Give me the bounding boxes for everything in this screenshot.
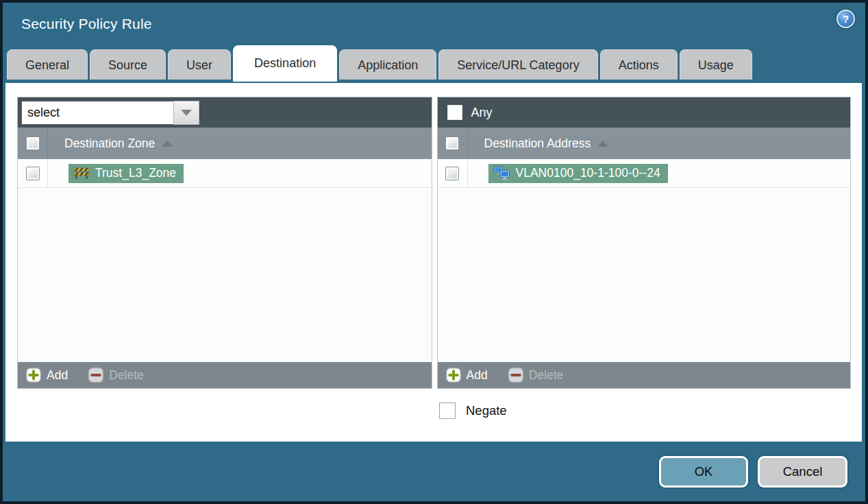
- address-column-header: Destination Address: [438, 128, 851, 159]
- add-icon: [446, 368, 461, 383]
- zone-column-label-text: Destination Zone: [64, 136, 155, 151]
- dialog-title: Security Policy Rule: [21, 16, 152, 32]
- negate-row: Negate: [439, 403, 851, 419]
- tab-service-url-category[interactable]: Service/URL Category: [438, 49, 597, 80]
- zone-column-label[interactable]: Destination Zone: [64, 136, 173, 151]
- destination-address-panel: Any Destination Address: [437, 97, 852, 389]
- address-icon: [493, 166, 510, 180]
- tab-destination[interactable]: Destination: [233, 45, 337, 82]
- address-panel-footer: Add Delete: [438, 362, 851, 388]
- help-icon[interactable]: ?: [836, 10, 855, 28]
- delete-icon: [508, 368, 523, 383]
- add-icon: [26, 368, 41, 383]
- delete-zone-button[interactable]: Delete: [88, 368, 144, 383]
- add-zone-button[interactable]: Add: [26, 368, 68, 383]
- address-column-label-text: Destination Address: [484, 136, 591, 151]
- zone-column-header: Destination Zone: [18, 128, 432, 159]
- zone-select-combobox: [21, 101, 199, 125]
- negate-checkbox[interactable]: [439, 403, 456, 419]
- zone-row-checkbox[interactable]: [26, 167, 40, 180]
- tab-content-destination: Destination Zone: [5, 83, 862, 442]
- dialog-footer: OK Cancel: [5, 439, 862, 501]
- zone-item-chip[interactable]: Trust_L3_Zone: [69, 164, 184, 183]
- table-row[interactable]: VLAN0100_10-1-100-0--24: [438, 159, 851, 188]
- negate-label: Negate: [466, 403, 507, 418]
- any-label: Any: [471, 106, 493, 120]
- security-policy-rule-dialog: Security Policy Rule ? General Source Us…: [0, 0, 868, 504]
- address-select-all-checkbox[interactable]: [445, 136, 459, 150]
- zone-panel-footer: Add Delete: [18, 362, 432, 388]
- titlebar: Security Policy Rule ?: [3, 3, 865, 45]
- any-bar: Any: [438, 97, 851, 128]
- zone-select-dropdown-button[interactable]: [173, 101, 199, 125]
- ok-button[interactable]: OK: [659, 456, 748, 488]
- destination-zone-panel: Destination Zone: [17, 97, 432, 389]
- table-row[interactable]: Trust_L3_Zone: [18, 159, 432, 188]
- tab-general[interactable]: General: [7, 49, 88, 80]
- zone-icon: [73, 167, 90, 179]
- zone-item-label: Trust_L3_Zone: [95, 166, 176, 180]
- sort-ascending-icon: [597, 141, 608, 147]
- any-checkbox[interactable]: [447, 105, 462, 120]
- tab-user[interactable]: User: [168, 49, 231, 80]
- add-address-label: Add: [467, 368, 488, 383]
- address-header-checkbox-cell: [438, 128, 468, 159]
- tab-source[interactable]: Source: [90, 49, 166, 80]
- address-list: VLAN0100_10-1-100-0--24: [438, 159, 851, 362]
- tab-bar: General Source User Destination Applicat…: [3, 45, 865, 82]
- sort-ascending-icon: [162, 141, 173, 147]
- address-item-label: VLAN0100_10-1-100-0--24: [516, 166, 660, 180]
- zone-select-bar: [18, 97, 432, 128]
- add-address-button[interactable]: Add: [446, 368, 488, 383]
- delete-address-button[interactable]: Delete: [508, 368, 564, 383]
- tab-usage[interactable]: Usage: [680, 49, 752, 80]
- tab-actions[interactable]: Actions: [600, 49, 678, 80]
- add-zone-label: Add: [47, 368, 68, 383]
- cancel-button[interactable]: Cancel: [758, 456, 847, 488]
- zone-row-checkbox-cell: [18, 159, 48, 187]
- address-row-checkbox-cell: [438, 159, 468, 187]
- tab-application[interactable]: Application: [339, 49, 436, 80]
- zone-select-all-checkbox[interactable]: [26, 136, 40, 150]
- zone-select-input[interactable]: [21, 101, 173, 125]
- zone-header-checkbox-cell: [18, 128, 48, 159]
- delete-address-label: Delete: [529, 368, 564, 383]
- delete-zone-label: Delete: [109, 368, 144, 383]
- address-item-chip[interactable]: VLAN0100_10-1-100-0--24: [488, 164, 668, 183]
- chevron-down-icon: [181, 110, 192, 116]
- zone-list: Trust_L3_Zone: [18, 159, 432, 362]
- delete-icon: [88, 368, 103, 383]
- address-row-checkbox[interactable]: [445, 167, 459, 180]
- address-column-label[interactable]: Destination Address: [484, 136, 609, 151]
